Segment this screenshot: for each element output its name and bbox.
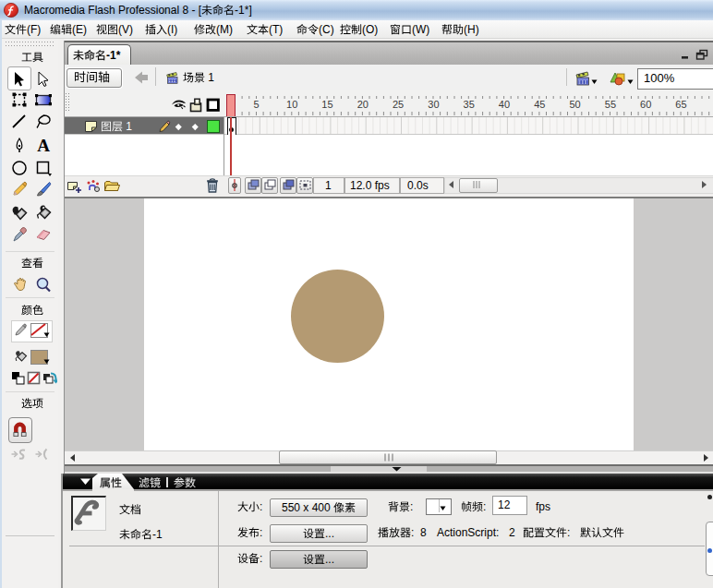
svg-text:A: A (37, 137, 50, 155)
